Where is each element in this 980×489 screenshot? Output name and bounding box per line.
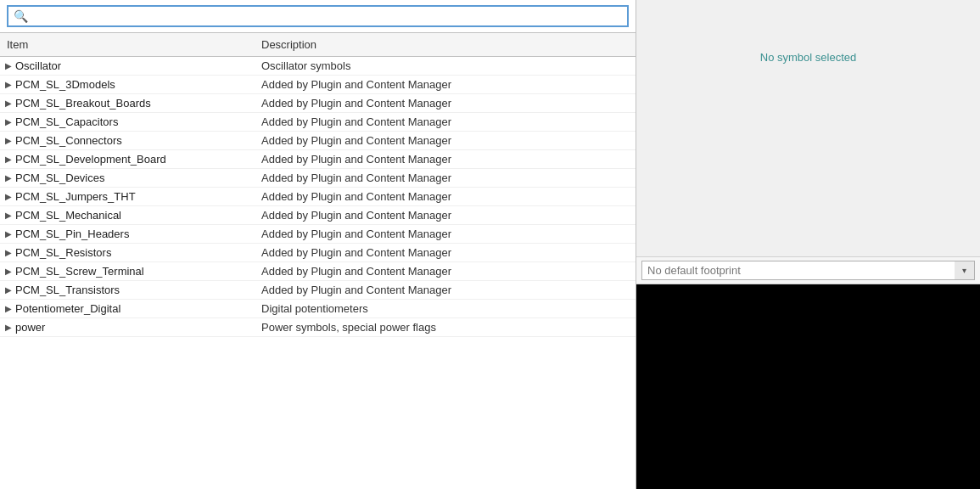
row-item-cell: ▶PCM_SL_Connectors: [0, 132, 255, 149]
row-item-cell: ▶PCM_SL_Devices: [0, 170, 255, 186]
col-item-header: Item: [0, 37, 255, 53]
row-item-cell: ▶PCM_SL_Development_Board: [0, 151, 255, 167]
search-bar: 🔍: [0, 0, 636, 33]
expand-arrow-icon[interactable]: ▶: [5, 267, 12, 276]
table-row[interactable]: ▶PCM_SL_Jumpers_THTAdded by Plugin and C…: [0, 188, 636, 206]
row-description-cell: Digital potentiometers: [255, 301, 636, 317]
row-item-label: power: [15, 321, 45, 334]
expand-arrow-icon[interactable]: ▶: [5, 304, 12, 313]
row-description-cell: Added by Plugin and Content Manager: [255, 95, 636, 111]
expand-arrow-icon[interactable]: ▶: [5, 117, 12, 126]
expand-arrow-icon[interactable]: ▶: [5, 229, 12, 239]
table-row[interactable]: ▶powerPower symbols, special power flags: [0, 318, 636, 337]
footprint-bar: ▾: [636, 256, 980, 284]
expand-arrow-icon[interactable]: ▶: [5, 173, 12, 183]
row-description-cell: Added by Plugin and Content Manager: [255, 132, 636, 149]
row-item-cell: ▶PCM_SL_Screw_Terminal: [0, 263, 255, 279]
expand-arrow-icon[interactable]: ▶: [5, 211, 12, 220]
expand-arrow-icon[interactable]: ▶: [5, 192, 12, 201]
row-item-label: PCM_SL_3Dmodels: [15, 78, 115, 91]
preview-area: No symbol selected: [636, 0, 980, 256]
row-item-label: Oscillator: [15, 59, 61, 72]
expand-arrow-icon[interactable]: ▶: [5, 136, 12, 145]
row-item-label: PCM_SL_Breakout_Boards: [15, 97, 151, 110]
table-row[interactable]: ▶OscillatorOscillator symbols: [0, 57, 636, 76]
search-icon: 🔍: [14, 9, 28, 23]
search-container: 🔍: [7, 5, 629, 27]
expand-arrow-icon[interactable]: ▶: [5, 323, 12, 332]
expand-arrow-icon[interactable]: ▶: [5, 155, 12, 164]
row-description-cell: Added by Plugin and Content Manager: [255, 170, 636, 186]
table-row[interactable]: ▶PCM_SL_CapacitorsAdded by Plugin and Co…: [0, 113, 636, 132]
row-item-cell: ▶PCM_SL_Capacitors: [0, 114, 255, 130]
row-item-label: PCM_SL_Screw_Terminal: [15, 265, 144, 278]
left-panel: 🔍 Item Description ▶OscillatorOscillator…: [0, 0, 636, 489]
row-description-cell: Added by Plugin and Content Manager: [255, 114, 636, 130]
row-item-cell: ▶PCM_SL_Transistors: [0, 282, 255, 298]
row-item-label: PCM_SL_Development_Board: [15, 153, 166, 166]
right-panel: No symbol selected ▾: [636, 0, 980, 489]
chevron-down-icon: ▾: [962, 266, 966, 275]
row-item-label: PCM_SL_Jumpers_THT: [15, 190, 136, 203]
no-symbol-label: No symbol selected: [760, 51, 856, 64]
row-item-label: PCM_SL_Mechanical: [15, 209, 121, 222]
row-item-label: PCM_SL_Pin_Headers: [15, 228, 129, 240]
canvas-area: [636, 284, 980, 490]
row-item-cell: ▶PCM_SL_Jumpers_THT: [0, 188, 255, 205]
table-row[interactable]: ▶PCM_SL_DevicesAdded by Plugin and Conte…: [0, 169, 636, 188]
row-item-label: PCM_SL_Transistors: [15, 284, 120, 296]
search-input[interactable]: [33, 10, 622, 23]
table-body[interactable]: ▶OscillatorOscillator symbols▶PCM_SL_3Dm…: [0, 57, 636, 489]
table-row[interactable]: ▶Potentiometer_DigitalDigital potentiome…: [0, 300, 636, 318]
row-description-cell: Added by Plugin and Content Manager: [255, 188, 636, 205]
row-item-label: Potentiometer_Digital: [15, 302, 120, 315]
row-description-cell: Power symbols, special power flags: [255, 319, 636, 335]
footprint-dropdown[interactable]: ▾: [641, 261, 975, 280]
table-row[interactable]: ▶PCM_SL_Pin_HeadersAdded by Plugin and C…: [0, 225, 636, 244]
row-item-cell: ▶PCM_SL_Pin_Headers: [0, 226, 255, 242]
row-item-cell: ▶PCM_SL_Resistors: [0, 244, 255, 261]
row-description-cell: Added by Plugin and Content Manager: [255, 263, 636, 279]
row-description-cell: Added by Plugin and Content Manager: [255, 76, 636, 93]
row-description-cell: Added by Plugin and Content Manager: [255, 207, 636, 223]
row-item-cell: ▶power: [0, 319, 255, 335]
expand-arrow-icon[interactable]: ▶: [5, 98, 12, 108]
table-row[interactable]: ▶PCM_SL_Development_BoardAdded by Plugin…: [0, 150, 636, 169]
row-item-cell: ▶PCM_SL_3Dmodels: [0, 76, 255, 93]
footprint-input[interactable]: [641, 261, 975, 280]
table-row[interactable]: ▶PCM_SL_3DmodelsAdded by Plugin and Cont…: [0, 76, 636, 94]
table-row[interactable]: ▶PCM_SL_ConnectorsAdded by Plugin and Co…: [0, 132, 636, 150]
row-item-cell: ▶Potentiometer_Digital: [0, 301, 255, 317]
expand-arrow-icon[interactable]: ▶: [5, 80, 12, 89]
row-item-cell: ▶Oscillator: [0, 58, 255, 74]
col-description-header: Description: [255, 37, 636, 53]
table-row[interactable]: ▶PCM_SL_ResistorsAdded by Plugin and Con…: [0, 244, 636, 262]
expand-arrow-icon[interactable]: ▶: [5, 248, 12, 257]
row-description-cell: Added by Plugin and Content Manager: [255, 282, 636, 298]
row-item-cell: ▶PCM_SL_Breakout_Boards: [0, 95, 255, 111]
row-item-label: PCM_SL_Capacitors: [15, 115, 118, 128]
table-row[interactable]: ▶PCM_SL_TransistorsAdded by Plugin and C…: [0, 281, 636, 300]
footprint-dropdown-button[interactable]: ▾: [955, 261, 975, 280]
table-row[interactable]: ▶PCM_SL_MechanicalAdded by Plugin and Co…: [0, 206, 636, 225]
row-description-cell: Added by Plugin and Content Manager: [255, 151, 636, 167]
expand-arrow-icon[interactable]: ▶: [5, 61, 12, 70]
row-item-label: PCM_SL_Resistors: [15, 246, 111, 259]
row-description-cell: Added by Plugin and Content Manager: [255, 244, 636, 261]
table-header: Item Description: [0, 33, 636, 57]
row-item-cell: ▶PCM_SL_Mechanical: [0, 207, 255, 223]
expand-arrow-icon[interactable]: ▶: [5, 285, 12, 295]
row-description-cell: Added by Plugin and Content Manager: [255, 226, 636, 242]
table-row[interactable]: ▶PCM_SL_Breakout_BoardsAdded by Plugin a…: [0, 94, 636, 113]
row-item-label: PCM_SL_Connectors: [15, 134, 122, 147]
row-item-label: PCM_SL_Devices: [15, 171, 105, 184]
row-description-cell: Oscillator symbols: [255, 58, 636, 74]
table-row[interactable]: ▶PCM_SL_Screw_TerminalAdded by Plugin an…: [0, 262, 636, 281]
